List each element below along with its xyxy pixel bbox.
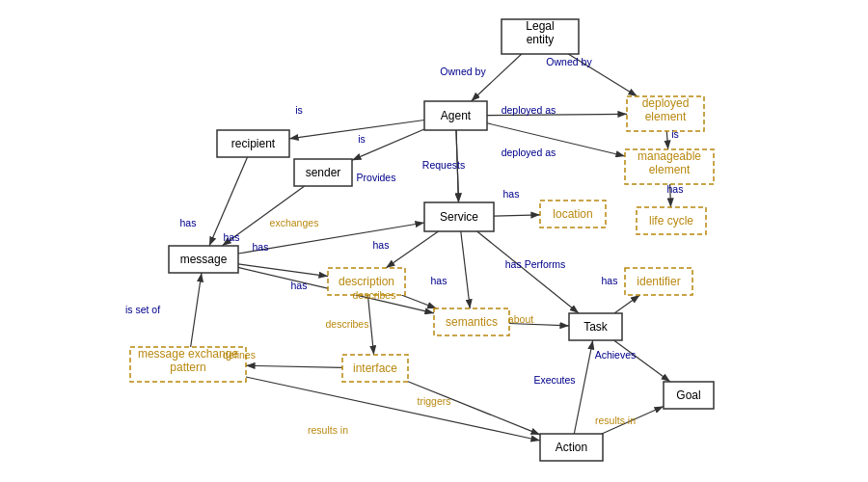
- diagram-container: LegalentityAgentrecipientsenderServicelo…: [0, 0, 868, 482]
- svg-text:life cycle: life cycle: [649, 214, 693, 228]
- svg-text:Task: Task: [583, 320, 609, 334]
- svg-text:has: has: [224, 231, 240, 243]
- svg-text:deployed as: deployed as: [502, 147, 556, 158]
- svg-text:results in: results in: [308, 424, 348, 436]
- svg-line-23: [191, 273, 202, 347]
- svg-text:exchanges: exchanges: [270, 217, 319, 228]
- svg-text:is set of: is set of: [125, 304, 160, 315]
- svg-text:has: has: [431, 275, 448, 286]
- svg-text:has: has: [373, 239, 390, 251]
- svg-text:deployed as: deployed as: [502, 104, 556, 116]
- svg-text:triggers: triggers: [417, 395, 450, 407]
- svg-line-27: [574, 340, 592, 434]
- svg-text:semantics: semantics: [446, 315, 498, 329]
- svg-line-25: [614, 340, 670, 382]
- svg-text:has: has: [602, 275, 618, 286]
- svg-text:is: is: [295, 104, 303, 116]
- svg-text:interface: interface: [353, 362, 397, 375]
- svg-line-1: [472, 54, 522, 101]
- svg-text:Agent: Agent: [441, 109, 472, 122]
- svg-text:Executes: Executes: [533, 374, 575, 386]
- svg-text:Achieves: Achieves: [595, 349, 637, 361]
- svg-text:Service: Service: [440, 210, 478, 224]
- svg-line-13: [461, 231, 471, 308]
- svg-line-9: [666, 131, 667, 149]
- svg-text:describes: describes: [326, 318, 369, 330]
- svg-text:deployedelement: deployedelement: [642, 96, 690, 123]
- svg-line-12: [386, 231, 438, 268]
- svg-text:has Performs: has Performs: [505, 258, 565, 270]
- svg-line-11: [494, 215, 540, 216]
- svg-line-17: [246, 365, 342, 367]
- svg-text:has: has: [503, 188, 520, 200]
- svg-text:description: description: [339, 275, 394, 288]
- svg-text:Provides: Provides: [357, 172, 396, 183]
- svg-text:message: message: [180, 253, 228, 266]
- svg-text:results in: results in: [595, 415, 636, 426]
- svg-line-30: [246, 377, 540, 441]
- svg-text:Owned by: Owned by: [440, 66, 486, 77]
- svg-text:has: has: [667, 183, 684, 195]
- svg-text:Action: Action: [556, 441, 587, 454]
- svg-text:identifier: identifier: [637, 275, 680, 288]
- svg-text:is: is: [671, 128, 679, 140]
- svg-line-24: [614, 295, 639, 313]
- svg-line-14: [477, 231, 580, 313]
- svg-text:has: has: [180, 217, 197, 228]
- svg-line-3: [289, 120, 424, 138]
- svg-text:location: location: [553, 207, 592, 221]
- svg-text:defines: defines: [223, 349, 256, 361]
- svg-text:Requests: Requests: [422, 159, 465, 171]
- svg-text:describes: describes: [353, 289, 396, 301]
- svg-text:Legalentity: Legalentity: [526, 19, 554, 46]
- svg-text:about: about: [508, 313, 533, 325]
- svg-text:has: has: [253, 241, 269, 253]
- diagram-svg: LegalentityAgentrecipientsenderServicelo…: [0, 0, 868, 482]
- svg-text:has: has: [291, 280, 308, 291]
- svg-text:recipient: recipient: [231, 137, 276, 150]
- svg-text:Goal: Goal: [676, 388, 700, 402]
- svg-text:is: is: [358, 133, 366, 145]
- svg-text:Owned by: Owned by: [546, 56, 592, 67]
- svg-text:sender: sender: [306, 166, 341, 179]
